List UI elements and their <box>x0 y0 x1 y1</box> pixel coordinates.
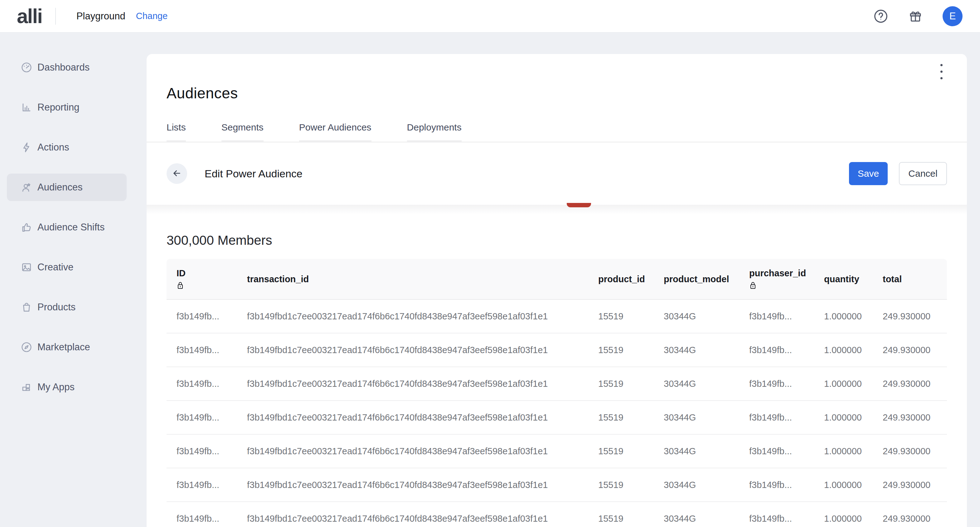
tab-lists[interactable]: Lists <box>167 122 186 142</box>
table-cell: 1.000000 <box>814 401 873 434</box>
toolbar-title: Edit Power Audience <box>205 168 302 180</box>
shopping-bag-icon <box>21 301 32 313</box>
lock-icon <box>749 281 814 291</box>
table-cell: 1.000000 <box>814 299 873 333</box>
sidebar-item-products[interactable]: Products <box>7 294 127 321</box>
table-row: f3b149fb...f3b149fbd1c7ee003217ead174f6b… <box>167 299 947 333</box>
table-cell: 249.930000 <box>873 333 947 367</box>
thumbs-up-icon <box>21 221 32 233</box>
sidebar-item-creative[interactable]: Creative <box>7 254 127 281</box>
column-header-product-id: product_id <box>588 259 654 299</box>
table-row: f3b149fb...f3b149fbd1c7ee003217ead174f6b… <box>167 468 947 502</box>
column-label: product_model <box>664 274 739 284</box>
tab-bar: ListsSegmentsPower AudiencesDeployments <box>167 122 947 142</box>
table-row: f3b149fb...f3b149fbd1c7ee003217ead174f6b… <box>167 502 947 527</box>
table-cell: 15519 <box>588 299 654 333</box>
table-cell: f3b149fbd1c7ee003217ead174f6b6c1740fd843… <box>237 401 588 434</box>
sidebar-item-label: Audiences <box>37 182 83 193</box>
sidebar-item-dashboards[interactable]: Dashboards <box>7 54 127 81</box>
back-button[interactable] <box>167 163 187 184</box>
table-cell: f3b149fbd1c7ee003217ead174f6b6c1740fd843… <box>237 299 588 333</box>
column-header-transaction-id: transaction_id <box>237 259 588 299</box>
sidebar-item-actions[interactable]: Actions <box>7 134 127 161</box>
table-cell: 15519 <box>588 401 654 434</box>
audiences-panel: Audiences ListsSegmentsPower AudiencesDe… <box>146 54 967 527</box>
table-cell: f3b149fb... <box>739 468 814 502</box>
lock-icon <box>177 281 237 291</box>
sidebar-item-label: Marketplace <box>37 342 90 353</box>
avatar[interactable]: E <box>943 6 963 26</box>
table-row: f3b149fb...f3b149fbd1c7ee003217ead174f6b… <box>167 401 947 434</box>
members-table: IDtransaction_idproduct_idproduct_modelp… <box>167 259 947 527</box>
table-cell: f3b149fb... <box>739 401 814 434</box>
table-cell: 30344G <box>654 333 739 367</box>
members-section: 300,000 Members IDtransaction_idproduct_… <box>146 233 967 527</box>
tab-power-audiences[interactable]: Power Audiences <box>299 122 371 142</box>
sidebar: DashboardsReportingActionsAudiencesAudie… <box>0 32 146 414</box>
column-label: quantity <box>824 274 872 284</box>
app-logo: alli <box>17 6 42 26</box>
table-cell: f3b149fb... <box>167 434 237 468</box>
table-cell: 30344G <box>654 367 739 401</box>
sidebar-item-audiences[interactable]: Audiences <box>7 174 127 201</box>
table-cell: 249.930000 <box>873 434 947 468</box>
column-header-id: ID <box>167 259 237 299</box>
table-cell: 15519 <box>588 434 654 468</box>
table-row: f3b149fb...f3b149fbd1c7ee003217ead174f6b… <box>167 367 947 401</box>
bar-chart-icon <box>21 101 32 113</box>
table-row: f3b149fb...f3b149fbd1c7ee003217ead174f6b… <box>167 333 947 367</box>
people-icon <box>21 181 32 193</box>
change-workspace-link[interactable]: Change <box>136 11 168 21</box>
help-button[interactable] <box>873 9 888 24</box>
question-circle-icon <box>873 9 888 24</box>
red-clipped-element <box>567 203 591 207</box>
tab-segments[interactable]: Segments <box>221 122 264 142</box>
sidebar-item-audience-shifts[interactable]: Audience Shifts <box>7 214 127 241</box>
table-cell: f3b149fb... <box>167 502 237 527</box>
table-cell: f3b149fb... <box>167 367 237 401</box>
arrow-left-icon <box>172 168 182 179</box>
table-cell: 15519 <box>588 367 654 401</box>
column-label: product_id <box>598 274 654 284</box>
kebab-icon <box>940 64 943 66</box>
compass-icon <box>21 341 32 353</box>
sidebar-item-label: Products <box>37 302 75 313</box>
table-cell: 249.930000 <box>873 367 947 401</box>
card-header: Audiences ListsSegmentsPower AudiencesDe… <box>146 54 967 142</box>
members-heading: 300,000 Members <box>167 233 947 248</box>
gift-button[interactable] <box>908 9 923 23</box>
table-cell: f3b149fb... <box>167 333 237 367</box>
table-cell: f3b149fb... <box>739 502 814 527</box>
column-header-product-model: product_model <box>654 259 739 299</box>
table-cell: f3b149fb... <box>167 468 237 502</box>
sidebar-item-my-apps[interactable]: My Apps <box>7 374 127 401</box>
workspace-name: Playground <box>76 11 126 22</box>
table-cell: 30344G <box>654 502 739 527</box>
table-cell: 1.000000 <box>814 333 873 367</box>
kebab-menu-button[interactable] <box>937 60 946 83</box>
save-button[interactable]: Save <box>849 162 888 185</box>
topbar-divider <box>55 8 56 25</box>
toolbar-shadow <box>146 205 967 214</box>
top-bar: alli Playground Change E <box>0 0 980 32</box>
gauge-icon <box>21 62 32 73</box>
table-cell: 249.930000 <box>873 468 947 502</box>
lightning-icon <box>21 141 32 153</box>
table-cell: f3b149fbd1c7ee003217ead174f6b6c1740fd843… <box>237 502 588 527</box>
table-cell: 30344G <box>654 299 739 333</box>
table-cell: 249.930000 <box>873 401 947 434</box>
sidebar-item-label: Reporting <box>37 102 79 113</box>
tab-deployments[interactable]: Deployments <box>407 122 461 142</box>
table-cell: 1.000000 <box>814 367 873 401</box>
table-header-row: IDtransaction_idproduct_idproduct_modelp… <box>167 259 947 299</box>
table-cell: 249.930000 <box>873 502 947 527</box>
sidebar-item-reporting[interactable]: Reporting <box>7 94 127 121</box>
cancel-button[interactable]: Cancel <box>899 162 947 185</box>
column-header-quantity: quantity <box>814 259 873 299</box>
page-title: Audiences <box>167 85 947 102</box>
table-cell: f3b149fb... <box>739 367 814 401</box>
sidebar-item-marketplace[interactable]: Marketplace <box>7 334 127 361</box>
column-label: purchaser_id <box>749 268 814 278</box>
column-header-total: total <box>873 259 947 299</box>
table-cell: f3b149fbd1c7ee003217ead174f6b6c1740fd843… <box>237 333 588 367</box>
